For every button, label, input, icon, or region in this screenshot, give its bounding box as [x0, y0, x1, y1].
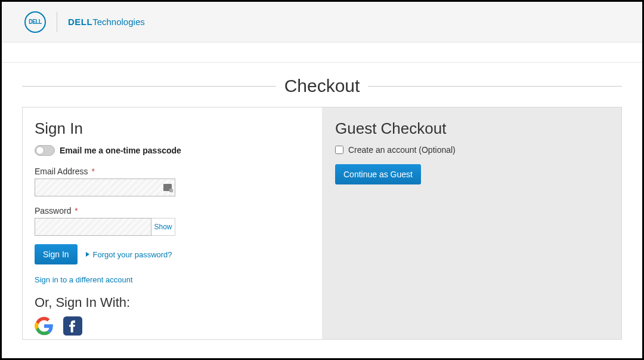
guest-section: Guest Checkout Create an account (Option…: [322, 107, 621, 339]
password-label: Password *: [35, 206, 309, 216]
google-signin-button[interactable]: [35, 316, 54, 336]
dell-logo-icon[interactable]: DELL: [24, 11, 46, 33]
required-asterisk-icon: *: [75, 206, 78, 216]
signin-button[interactable]: Sign In: [35, 244, 78, 264]
passcode-toggle[interactable]: [35, 145, 55, 156]
caret-right-icon: [86, 252, 89, 257]
dell-technologies-logo[interactable]: DELLTechnologies: [68, 17, 145, 27]
show-password-button[interactable]: Show: [151, 218, 175, 236]
page-title: Checkout: [284, 76, 360, 96]
checkout-panel: Sign In Email me a one-time passcode Ema…: [22, 107, 622, 340]
forgot-password-text: Forgot your password?: [93, 250, 172, 259]
title-rule-right: [368, 86, 622, 87]
email-field[interactable]: [35, 179, 175, 196]
required-asterisk-icon: *: [91, 167, 94, 176]
keyboard-icon: [163, 184, 172, 191]
toggle-knob: [36, 146, 44, 155]
signin-section: Sign In Email me a one-time passcode Ema…: [23, 107, 322, 339]
password-label-text: Password: [35, 206, 71, 216]
passcode-toggle-label: Email me a one-time passcode: [60, 146, 181, 155]
page-title-row: Checkout: [2, 63, 642, 107]
create-account-label: Create an account (Optional): [348, 145, 456, 155]
passcode-toggle-row: Email me a one-time passcode: [35, 145, 309, 156]
google-icon: [35, 316, 54, 336]
email-label-text: Email Address: [35, 167, 88, 176]
create-account-row[interactable]: Create an account (Optional): [335, 145, 608, 155]
forgot-password-link[interactable]: Forgot your password?: [86, 250, 172, 259]
top-bar: DELL DELLTechnologies: [2, 2, 642, 42]
continue-as-guest-button[interactable]: Continue as Guest: [335, 164, 421, 184]
signin-heading: Sign In: [35, 119, 309, 138]
email-label: Email Address *: [35, 167, 309, 176]
facebook-signin-button[interactable]: [63, 316, 82, 336]
different-account-link[interactable]: Sign in to a different account: [35, 275, 133, 284]
header-spacer: [2, 42, 642, 63]
or-signin-heading: Or, Sign In With:: [35, 295, 309, 310]
brand-light: Technologies: [92, 17, 145, 27]
guest-heading: Guest Checkout: [335, 119, 608, 138]
create-account-checkbox[interactable]: [335, 146, 343, 154]
password-field[interactable]: [35, 218, 151, 236]
title-rule-left: [22, 86, 276, 87]
facebook-icon: [63, 316, 82, 336]
dell-logo-text: DELL: [29, 19, 42, 25]
brand-bold: DELL: [68, 17, 92, 27]
vertical-divider: [57, 12, 57, 32]
